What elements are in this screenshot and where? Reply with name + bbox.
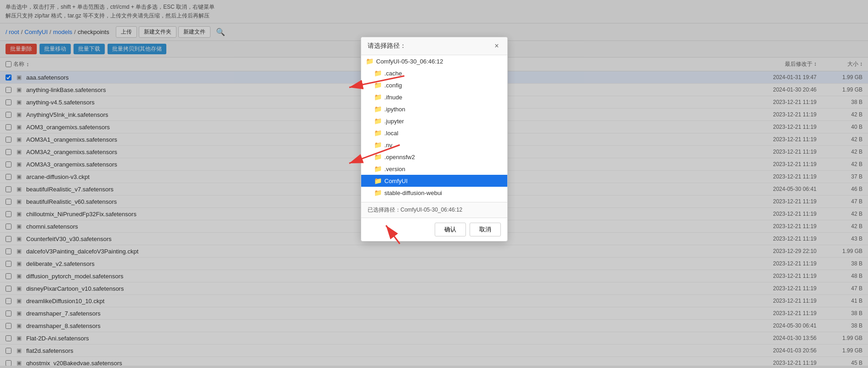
folder-name: .ipython [385,106,406,113]
folder-icon-child: 📁 [374,81,382,89]
modal-header: 请选择路径： × [361,37,507,55]
confirm-button[interactable]: 确认 [435,223,466,236]
tree-folder-item[interactable]: 📁 .local [361,127,507,139]
folder-icon: 📁 [366,58,374,65]
modal-body: 📁 ComfyUI-05-30_06:46:12 📁 .cache 📁 .con… [361,55,507,202]
folder-name: .opennsfw2 [385,154,415,161]
path-selector-modal: 请选择路径： × 📁 ComfyUI-05-30_06:46:12 📁 .cac… [361,37,508,242]
folder-name: .config [385,82,402,89]
folder-name: stable-diffusion-webui [385,190,443,196]
folder-name: .jupyter [385,118,404,125]
tree-interesting-moser7[interactable]: 📁 interesting-moser7 [361,199,507,202]
tree-root-item[interactable]: 📁 ComfyUI-05-30_06:46:12 [361,55,507,67]
modal-overlay: 请选择路径： × 📁 ComfyUI-05-30_06:46:12 📁 .cac… [0,0,868,366]
tree-folder-item[interactable]: 📁 .config [361,79,507,91]
tree-folder-item[interactable]: 📁 .jupyter [361,115,507,127]
tree-folder-item[interactable]: 📁 .ipython [361,103,507,115]
folder-icon-child: 📁 [374,129,382,137]
tree-children: 📁 .cache 📁 .config 📁 .ifnude 📁 .ipython … [361,67,507,199]
tree-folder-item[interactable]: 📁 .nv [361,139,507,151]
tree-folder-item[interactable]: 📁 stable-diffusion-webui [361,187,507,199]
folder-icon-child: 📁 [374,69,382,77]
folder-icon-child: 📁 [374,105,382,113]
folder-icon-child: 📁 [374,141,382,149]
folder-icon-child: 📁 [374,153,382,161]
tree-folder-item[interactable]: 📁 .version [361,163,507,175]
tree-folder-item[interactable]: 📁 ComfyUI [361,175,507,187]
folder-name: .ifnude [385,94,403,101]
selected-path-display: 已选择路径：ComfyUI-05-30_06:46:12 [361,202,507,218]
tree-folder-item[interactable]: 📁 .opennsfw2 [361,151,507,163]
folder-name: .nv [385,142,392,149]
folder-icon-child: 📁 [374,177,382,184]
root-folder-name: ComfyUI-05-30_06:46:12 [376,58,443,65]
tree-folder-item[interactable]: 📁 .cache [361,67,507,79]
modal-footer: 确认 取消 [361,218,507,241]
modal-close-button[interactable]: × [493,42,500,50]
folder-name: ComfyUI [385,178,408,184]
folder-name: .version [385,166,406,172]
folder-icon-child: 📁 [374,117,382,125]
folder-name: .local [385,130,398,137]
cancel-button[interactable]: 取消 [470,223,501,236]
tree-folder-item[interactable]: 📁 .ifnude [361,91,507,103]
folder-name: .cache [385,70,402,77]
folder-icon-child: 📁 [374,189,382,196]
folder-icon-child: 📁 [374,165,382,172]
modal-title: 请选择路径： [368,42,406,50]
folder-icon-child: 📁 [374,93,382,101]
